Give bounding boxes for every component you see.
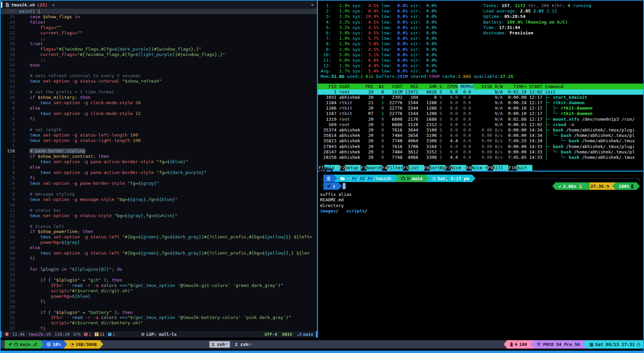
time-segment: ◷ Sat, 5:17 pm	[429, 175, 472, 182]
code-line[interactable]: 3 tmux set-option -g status-left-length …	[1, 133, 317, 138]
code-line[interactable]: 14 # sets refresh interval to every 5 se…	[1, 73, 317, 79]
code-line[interactable]: 5	[1, 122, 317, 127]
process-table-header[interactable]: PID USER PRI NI VIRT RES SHR S CPU% MEM%…	[318, 84, 643, 89]
process-row[interactable]: 35374 abhishek 20 0 7616 3644 3100 S 0.0…	[318, 127, 643, 133]
code-line[interactable]: 7 tmux set-option -g clock-mode-style 12	[1, 111, 317, 116]
code-line[interactable]: 3 else	[1, 165, 317, 170]
context-line[interactable]: 110main() {	[1, 9, 317, 14]
code-line[interactable]: 20 true)	[1, 41, 317, 47]
process-row[interactable]: 1186 rtkit 20 0 22776 1544 1288 S 0.0 0.…	[318, 106, 643, 111]
code-line[interactable]: 15 if $show_powerline; then	[1, 229, 317, 234]
system-monitor-pane[interactable]: 1: 1.9% sys: 4.5% low: 0.0% vir: 0.0% 2:…	[318, 1, 643, 171]
code-line[interactable]: 24 if [ "$lplugin" = "git" ]; then	[1, 277, 317, 283]
editor-pane[interactable]: tmux2k.sh (13) × ✕ 110main() {25 case $s…	[1, 1, 317, 337]
code-line[interactable]: 12	[1, 84, 317, 89]
code-line[interactable]: 17 powerbg=${gray}	[1, 240, 317, 245]
cursor-line[interactable]: 118 # pane border styling	[1, 148, 317, 154]
code-line[interactable]: 11 # status bar	[1, 208, 317, 213]
process-row[interactable]: 1 root 20 0 162M 12072 9028 S 0.0 0.0 N/…	[318, 89, 643, 95]
github-icon	[401, 176, 405, 181]
code-line[interactable]: 1 if $show_border_contrast; then	[1, 154, 317, 159]
code-line[interactable]: 16 esac	[1, 62, 317, 68]
code-line[interactable]: 8 else	[1, 106, 317, 111]
code-line[interactable]: 19 flags="#{?window_flags,#[fg=${dark_pu…	[1, 47, 317, 52]
process-row[interactable]: 1319 root 20 0 6608 2176 1688 S 0.0 0.0 …	[318, 117, 643, 122]
tab-close-icon[interactable]: ×	[52, 2, 55, 7]
code-line[interactable]: 12 tmux set-option -g status-style "bg=$…	[1, 213, 317, 218]
cpu-meter-row: 4: 3.2% sys: 4.5% low: 0.0% vir: 0.0%	[318, 20, 643, 25]
code-line[interactable]: 24 false)	[1, 20, 317, 25]
code-line[interactable]: 9 tmux set-option -g clock-mode-style 24	[1, 100, 317, 106]
code-line[interactable]: 7	[1, 186, 317, 192]
code-line[interactable]: 21 ;;	[1, 36, 317, 41]
fkey-f5[interactable]: F5List	[403, 165, 424, 171]
process-row[interactable]: 1184 rtkit 21 1 22776 1544 1288 S 0.0 0.…	[318, 100, 643, 106]
code-line[interactable]: 4 tmux set-option -g pane-active-border-…	[1, 170, 317, 175]
code-line[interactable]: 13	[1, 218, 317, 224]
process-row[interactable]: 1031 abhishek 20 0 2392 104 0 S 0.0 0.0 …	[318, 95, 643, 100]
editor-tabline: tmux2k.sh (13) × ✕	[1, 1, 317, 9]
code-line[interactable]: 10 if $show_military; then	[1, 95, 317, 100]
code-line[interactable]: 28 fi	[1, 299, 317, 304]
session-segment: main ⎇	[5, 340, 40, 349]
code-line[interactable]: 31 IFS=' ' read -r -a colors <<<"$(get_t…	[1, 315, 317, 320]
code-line[interactable]: 25 case $show_flags in	[1, 14, 317, 20]
process-row[interactable]: 1187 rtkit RT 1 22776 1544 1288 S 0.0 0.…	[318, 111, 643, 116]
code-line[interactable]: 9 tmux set-option -g message-style "bg=$…	[1, 197, 317, 202]
code-line[interactable]: 23	[1, 272, 317, 277]
segment-arrow	[394, 175, 398, 182]
code-line[interactable]: 20 fi	[1, 256, 317, 261]
code-line[interactable]: 33 fi	[1, 326, 317, 331]
tmux-window-1-zsh[interactable]: 1 zsh*	[209, 341, 230, 348]
code-line[interactable]: 25 IFS=' ' read -r -a colors <<<"$(get_t…	[1, 283, 317, 288]
fkey-f10[interactable]: F10Quit	[508, 165, 532, 171]
code-line[interactable]: 26 script="#($current_dir/git.sh)"	[1, 288, 317, 294]
tmux-window-2-zsh[interactable]: 2 zsh#-	[233, 341, 256, 348]
code-line[interactable]: 4 # set length	[1, 127, 317, 133]
fkey-f2[interactable]: F2Setup	[340, 165, 361, 171]
fkey-f6[interactable]: F6SortBy	[424, 165, 445, 171]
code-line[interactable]: 1	[1, 143, 317, 148]
process-row[interactable]: 35823 abhishek 20 0 7748 4064 3308 S 4.4…	[318, 138, 643, 144]
fkey-f3[interactable]: F3Search	[361, 165, 382, 171]
code-line[interactable]: 32 script="#($current_dir/battery.sh)"	[1, 320, 317, 326]
os-icon	[326, 176, 331, 181]
code-line[interactable]: 27 powerbg=${blue}	[1, 294, 317, 299]
code-line[interactable]: 22 current_flags=""	[1, 30, 317, 36]
code-line[interactable]: 8 # message styling	[1, 192, 317, 197]
process-row[interactable]: 27843 abhishek 20 0 7616 3708 3164 S 0.0…	[318, 144, 643, 149]
fkey-f7[interactable]: F7Nice -	[445, 165, 467, 171]
process-row[interactable]: 28150 abhishek 20 0 7748 4068 3308 S 4.4…	[318, 155, 643, 160]
code-line[interactable]: 14 # Status left	[1, 224, 317, 229]
process-row[interactable]: 569 root 20 0 6688 3120 2312 S 0.0 0.0 N…	[318, 122, 643, 127]
code-line[interactable]: 2 tmux set-option -g status-right-length…	[1, 138, 317, 143]
code-line[interactable]: 18 current_flags="#{?window_flags,#[fg=$…	[1, 52, 317, 57]
code-line[interactable]: 16 tmux set-option -g status-left "#[bg=…	[1, 234, 317, 240]
paper-plane-icon	[326, 184, 331, 188]
code-line[interactable]: 21	[1, 261, 317, 267]
process-row[interactable]: 28147 abhishek 20 0 7484 3612 3152 S 0.0…	[318, 149, 643, 155]
code-line[interactable]: 11 # set the prefix + t time format	[1, 89, 317, 95]
code-line[interactable]: 17 ;;	[1, 57, 317, 62]
code-area[interactable]: 110main() {25 case $show_flags in24 fals…	[1, 9, 317, 331]
code-line[interactable]: 5 fi	[1, 175, 317, 181]
code-line[interactable]: 18 else	[1, 245, 317, 251]
code-line[interactable]: 10	[1, 202, 317, 208]
editor-tab[interactable]: tmux2k.sh (13) ×	[1, 1, 58, 9]
fkey-f9[interactable]: F9Kill	[488, 165, 509, 171]
code-line[interactable]: 22 for lplugin in "${lplugins[@]}"; do	[1, 267, 317, 272]
code-line[interactable]: 23 flags=""	[1, 25, 317, 30]
code-line[interactable]: 19 tmux set-option -g status-left "#[bg=…	[1, 251, 317, 256]
fkey-f4[interactable]: F4Filter	[382, 165, 403, 171]
code-line[interactable]: 29	[1, 304, 317, 310]
tabline-close-icon[interactable]: ✕	[311, 2, 314, 7]
code-line[interactable]: 30 if [ "$lplugin" = "battery" ]; then	[1, 310, 317, 315]
code-line[interactable]: 6 tmux set-option -g pane-border-style "…	[1, 181, 317, 186]
process-row[interactable]: 35814 abhishek 20 0 7484 3656 3196 S 0.0…	[318, 133, 643, 138]
terminal-pane[interactable]: ╭ ~/Pr/Gi/Pr/tmux2k	[318, 172, 643, 337]
code-line[interactable]: 15	[1, 68, 317, 73]
code-line[interactable]: 6 fi	[1, 116, 317, 122]
code-line[interactable]: 13 tmux set-option -g status-interval "$…	[1, 79, 317, 84]
code-line[interactable]: 2 tmux set-option -g pane-active-border-…	[1, 159, 317, 165]
fkey-f8[interactable]: F8Nice +	[466, 165, 488, 171]
